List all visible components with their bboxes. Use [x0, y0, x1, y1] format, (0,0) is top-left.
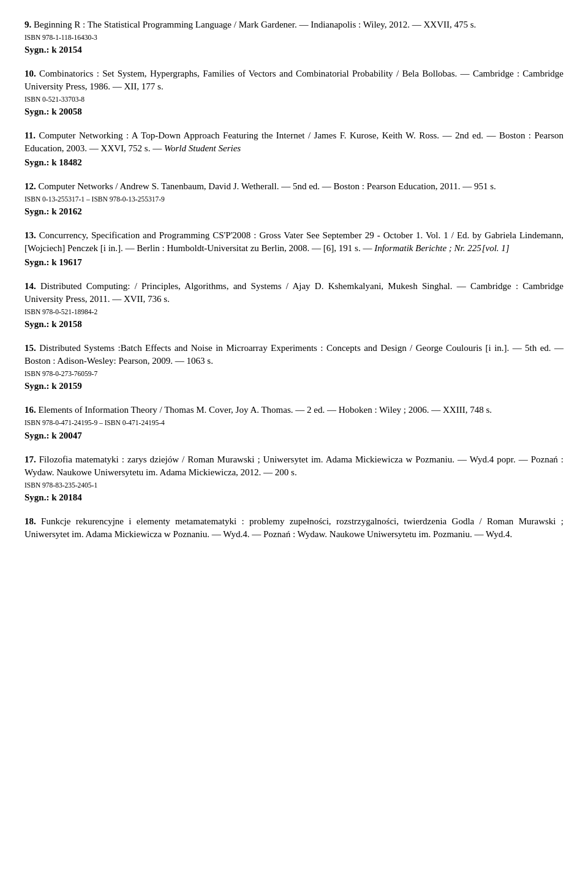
- entry-18-text: Funkcje rekurencyjne i elementy metamate…: [24, 516, 564, 539]
- entry-15: 15. Distributed Systems :Batch Effects a…: [24, 342, 564, 393]
- entry-9-sygn: Sygn.: k 20154: [24, 43, 564, 56]
- entry-15-isbn: ISBN 978-0-273-76059-7: [24, 369, 564, 379]
- entry-12-number: 12.: [24, 181, 36, 191]
- bibliography-list: 9. Beginning R : The Statistical Program…: [24, 18, 564, 541]
- entry-9-isbn: ISBN 978-1-118-16430-3: [24, 32, 564, 42]
- entry-11-italic: World Student Series: [164, 143, 241, 153]
- entry-17-isbn: ISBN 978-83-235-2405-1: [24, 480, 564, 490]
- entry-18: 18. Funkcje rekurencyjne i elementy meta…: [24, 515, 564, 541]
- entry-11-number: 11.: [24, 130, 36, 140]
- entry-18-number: 18.: [24, 516, 36, 526]
- entry-15-text: Distributed Systems :Batch Effects and N…: [24, 343, 564, 366]
- entry-17: 17. Filozofia matematyki : zarys dziejów…: [24, 453, 564, 504]
- entry-13-sygn: Sygn.: k 19617: [24, 256, 564, 269]
- entry-16-text: Elements of Information Theory / Thomas …: [39, 405, 492, 415]
- entry-10: 10. Combinatorics : Set System, Hypergra…: [24, 67, 564, 118]
- entry-16-isbn: ISBN 978-0-471-24195-9 – ISBN 0-471-2419…: [24, 418, 564, 428]
- entry-14-number: 14.: [24, 281, 36, 291]
- entry-11: 11. Computer Networking : A Top-Down App…: [24, 129, 564, 169]
- entry-17-sygn: Sygn.: k 20184: [24, 491, 564, 504]
- entry-16-number: 16.: [24, 405, 36, 415]
- entry-14-sygn: Sygn.: k 20158: [24, 318, 564, 331]
- entry-10-text: Combinatorics : Set System, Hypergraphs,…: [24, 69, 564, 91]
- entry-12-text: Computer Networks / Andrew S. Tanenbaum,…: [39, 181, 496, 191]
- entry-14: 14. Distributed Computing: / Principles,…: [24, 280, 564, 331]
- entry-15-number: 15.: [24, 343, 36, 353]
- entry-13-text: Concurrency, Specification and Programmi…: [24, 230, 564, 253]
- entry-10-isbn: ISBN 0-521-33703-8: [24, 94, 564, 104]
- entry-12-isbn: ISBN 0-13-255317-1 – ISBN 978-0-13-25531…: [24, 194, 564, 204]
- entry-11-sygn: Sygn.: k 18482: [24, 156, 564, 169]
- entry-10-number: 10.: [24, 69, 36, 78]
- entry-16-sygn: Sygn.: k 20047: [24, 429, 564, 442]
- entry-17-number: 17.: [24, 454, 36, 464]
- entry-15-sygn: Sygn.: k 20159: [24, 380, 564, 393]
- entry-12-sygn: Sygn.: k 20162: [24, 205, 564, 218]
- entry-14-isbn: ISBN 978-0-521-18984-2: [24, 307, 564, 317]
- entry-9-text: Beginning R : The Statistical Programmin…: [34, 20, 476, 29]
- entry-9-number: 9.: [24, 20, 31, 29]
- entry-10-sygn: Sygn.: k 20058: [24, 105, 564, 118]
- entry-9: 9. Beginning R : The Statistical Program…: [24, 18, 564, 56]
- entry-14-text: Distributed Computing: / Principles, Alg…: [24, 281, 564, 304]
- entry-12: 12. Computer Networks / Andrew S. Tanenb…: [24, 180, 564, 218]
- entry-17-text: Filozofia matematyki : zarys dziejów / R…: [24, 454, 564, 477]
- entry-13-number: 13.: [24, 230, 36, 240]
- entry-16: 16. Elements of Information Theory / Tho…: [24, 404, 564, 442]
- entry-11-text: Computer Networking : A Top-Down Approac…: [24, 130, 564, 153]
- entry-13: 13. Concurrency, Specification and Progr…: [24, 229, 564, 269]
- entry-13-italic: Informatik Berichte ; Nr. 225 [vol. 1]: [374, 243, 510, 253]
